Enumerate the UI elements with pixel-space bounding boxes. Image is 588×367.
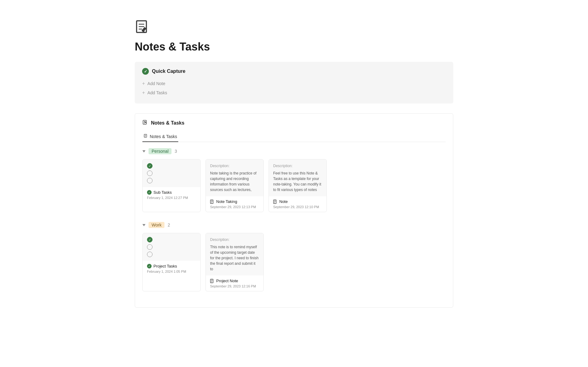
subtask-check-2 [147,170,153,176]
add-tasks-row[interactable]: + Add Tasks [142,88,446,97]
card-name-2: Note Taking [210,199,259,204]
category-badge-personal: Personal [149,148,172,154]
card-date-3: September 29, 2023 12:10 PM [273,205,322,209]
card-name-5: Project Note [210,279,259,283]
card-project-note[interactable]: Description: This note is to remind myse… [205,233,264,291]
card-preview-note-taking: Description: Note taking is the practice… [206,159,263,196]
subtask-work-item-2 [147,244,153,250]
card-date-2: September 29, 2023 12:13 PM [210,205,259,209]
cards-grid-personal: Sub Tasks February 1, 2024 12:27 PM Desc… [142,159,446,212]
category-count-personal: 3 [175,149,177,154]
quick-capture-header: Quick Capture [142,68,446,75]
doc-icon-5 [210,279,214,283]
quick-capture-title: Quick Capture [152,69,185,74]
add-note-row[interactable]: + Add Note [142,79,446,88]
add-tasks-label: Add Tasks [147,90,167,95]
category-header-work: Work 2 [142,222,446,228]
card-footer-1: Sub Tasks February 1, 2024 12:27 PM [143,187,200,203]
card-preview-label-3: Description: [273,163,322,169]
doc-icon-2 [210,200,214,204]
card-note[interactable]: Description: Feel free to use this Note … [269,159,327,212]
card-name-1: Sub Tasks [147,190,196,195]
tab-edit-icon [144,134,148,139]
doc-icon-3 [273,200,277,204]
subtask-work-item-1 [147,237,153,242]
category-group-personal: Personal 3 [142,148,446,212]
tab-notes-tasks[interactable]: Notes & Tasks [142,131,178,142]
card-preview-label-5: Description: [210,237,259,242]
subtask-check-3 [147,178,153,183]
tabs-row: Notes & Tasks [142,131,446,142]
notes-tasks-edit-icon [142,120,148,126]
notes-tasks-header: Notes & Tasks [142,120,446,126]
card-preview-project-tasks [143,233,200,261]
subtask-work-item-3 [147,252,153,257]
page-title: Notes & Tasks [135,40,453,53]
card-preview-note: Description: Feel free to use this Note … [269,159,326,196]
card-trip-packing[interactable]: Sub Tasks February 1, 2024 12:27 PM [142,159,201,212]
card-date-1: February 1, 2024 12:27 PM [147,196,196,200]
page-icon [135,18,453,36]
quick-capture-section: Quick Capture + Add Note + Add Tasks [135,62,453,103]
card-preview-label-2: Description: [210,163,259,169]
card-footer-3: Note September 29, 2023 12:10 PM [269,196,326,212]
page-container: Notes & Tasks Quick Capture + Add Note +… [110,0,478,326]
add-tasks-plus-icon: + [142,90,145,95]
subtask-item-2 [147,170,153,176]
chevron-personal[interactable] [142,150,145,152]
subtask-item [147,163,153,169]
category-count-work: 2 [168,223,170,227]
subtask-check-1 [147,163,153,169]
subtask-item-3 [147,178,153,183]
cards-grid-work: Project Tasks February 1, 2024 1:05 PM D… [142,233,446,291]
card-note-taking[interactable]: Description: Note taking is the practice… [205,159,264,212]
card-name-4: Project Tasks [147,264,196,268]
category-header-personal: Personal 3 [142,148,446,154]
card-footer-2: Note Taking September 29, 2023 12:13 PM [206,196,263,212]
quick-capture-check-icon [142,68,149,75]
card-preview-subtasks [143,159,200,187]
card-footer-5: Project Note September 29, 2023 12:16 PM [206,275,263,291]
category-group-work: Work 2 [142,222,446,291]
card-preview-text-5: This note is to remind myself of the upc… [210,244,259,272]
subtask-work-check-1 [147,237,153,242]
tab-notes-tasks-label: Notes & Tasks [150,134,177,139]
card-date-5: September 29, 2023 12:16 PM [210,284,259,288]
task-icon-4 [147,264,152,268]
card-project-tasks[interactable]: Project Tasks February 1, 2024 1:05 PM [142,233,201,291]
notes-tasks-title: Notes & Tasks [151,120,184,126]
card-preview-text-2: Note taking is the practice of capturing… [210,170,259,193]
notes-tasks-section: Notes & Tasks Notes & Tasks Pe [135,113,453,308]
subtask-work-check-3 [147,252,153,257]
chevron-work[interactable] [142,224,145,226]
add-note-label: Add Note [147,81,165,86]
card-name-3: Note [273,199,322,204]
card-preview-project-note: Description: This note is to remind myse… [206,233,263,275]
card-preview-text-3: Feel free to use this Note & Tasks as a … [273,170,322,193]
card-date-4: February 1, 2024 1:05 PM [147,270,196,273]
category-badge-work: Work [149,222,164,228]
card-footer-4: Project Tasks February 1, 2024 1:05 PM [143,261,200,276]
task-icon-1 [147,190,152,195]
add-note-plus-icon: + [142,81,145,86]
subtask-work-check-2 [147,244,153,250]
